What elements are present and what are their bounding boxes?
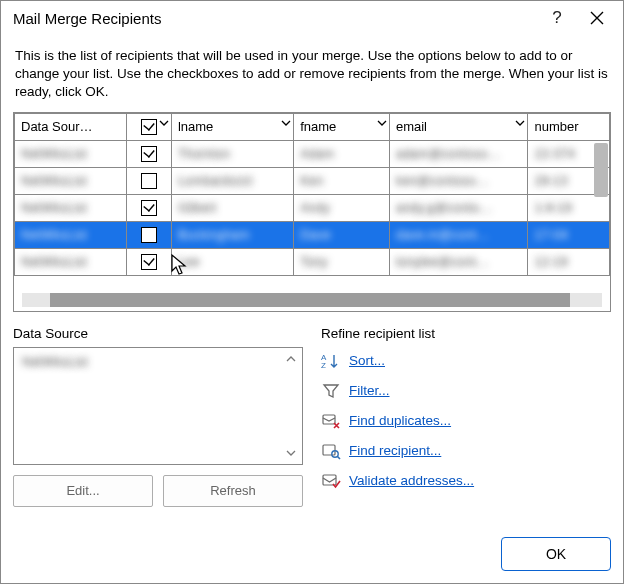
horizontal-scrollbar[interactable] [22,293,602,307]
table-row[interactable]: NetWksListGilbertAndyandy.g@conto…1-8-19 [15,194,610,221]
col-header-fname[interactable]: fname [294,113,390,140]
col-header-select-all[interactable] [127,113,172,140]
data-source-panel: Data Source NetWksList Edit... Refresh [13,326,303,507]
col-header-email[interactable]: email [389,113,528,140]
row-checkbox[interactable] [141,146,157,162]
list-spinner [282,350,300,462]
row-checkbox[interactable] [141,200,157,216]
refine-label: Refine recipient list [321,326,611,341]
svg-text:Z: Z [321,361,326,370]
data-source-label: Data Source [13,326,303,341]
chevron-down-icon[interactable] [159,118,169,128]
find-duplicates-icon [321,412,341,430]
svg-rect-3 [323,445,335,455]
spin-down-icon[interactable] [282,444,300,462]
edit-button[interactable]: Edit... [13,475,153,507]
row-checkbox[interactable] [141,227,157,243]
svg-rect-5 [323,475,336,485]
find-duplicates-link[interactable]: Find duplicates... [349,413,451,428]
ok-button[interactable]: OK [501,537,611,571]
recipients-grid[interactable]: Data Sour… lname fname email [13,112,611,312]
data-source-list[interactable]: NetWksList [13,347,303,465]
validate-addresses-link[interactable]: Validate addresses... [349,473,474,488]
col-header-number[interactable]: number [528,113,610,140]
title-bar: Mail Merge Recipients ? [1,1,623,35]
dialog-footer: OK [1,531,623,583]
instructions-text: This is the list of recipients that will… [15,47,609,102]
col-header-lname[interactable]: lname [171,113,293,140]
table-row[interactable]: NetWksListThorntonAdamadam@contoso…22-37… [15,140,610,167]
grid-header-row: Data Sour… lname fname email [15,113,610,140]
mail-merge-recipients-dialog: { "title": "Mail Merge Recipients", "ins… [0,0,624,584]
vertical-scrollbar[interactable] [594,143,608,197]
table-row[interactable]: NetWksListLombardozziKenken@contoso…28-1… [15,167,610,194]
row-checkbox[interactable] [141,173,157,189]
validate-addresses-icon [321,472,341,490]
help-button[interactable]: ? [537,4,577,32]
select-all-checkbox[interactable] [141,119,157,135]
refine-panel: Refine recipient list AZ Sort... Filter.… [321,326,611,507]
table-row[interactable]: NetWksListLeeTonytonylee@cont…12-19 [15,248,610,275]
close-button[interactable] [577,4,617,32]
filter-icon [321,382,341,400]
sort-icon: AZ [321,352,341,370]
col-header-data-source[interactable]: Data Sour… [15,113,127,140]
list-item[interactable]: NetWksList [14,348,302,375]
filter-link[interactable]: Filter... [349,383,390,398]
dialog-title: Mail Merge Recipients [13,10,161,27]
chevron-down-icon[interactable] [515,118,525,128]
sort-link[interactable]: Sort... [349,353,385,368]
spin-up-icon[interactable] [282,350,300,368]
refresh-button[interactable]: Refresh [163,475,303,507]
row-checkbox[interactable] [141,254,157,270]
find-recipient-icon [321,442,341,460]
chevron-down-icon[interactable] [377,118,387,128]
table-row[interactable]: NetWksListBuckinghamDavedave.m@cont…17-0… [15,221,610,248]
find-recipient-link[interactable]: Find recipient... [349,443,441,458]
chevron-down-icon[interactable] [281,118,291,128]
